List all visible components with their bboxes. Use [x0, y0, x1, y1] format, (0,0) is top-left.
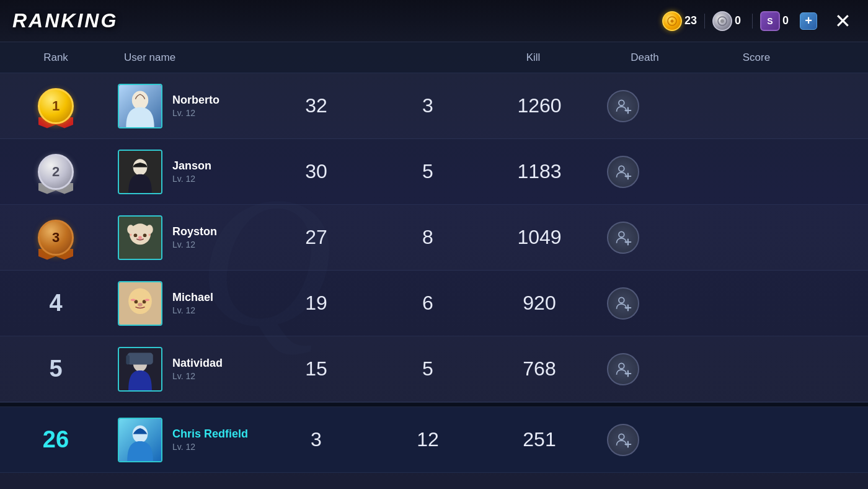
header: RANKING 23 0: [0, 0, 868, 42]
current-score-value: 251: [523, 428, 556, 451]
death-value: 5: [422, 160, 433, 182]
close-button[interactable]: ✕: [830, 8, 856, 34]
current-user-section: 26 Chris Redfield Lv. 12 3 12 251: [0, 407, 868, 473]
action-cell: [595, 353, 651, 385]
kill-value: 30: [305, 160, 327, 182]
svg-point-24: [128, 288, 152, 314]
score-value: 1260: [517, 94, 561, 117]
current-avatar: [119, 419, 161, 461]
avatar-frame: [118, 84, 162, 128]
avatar-frame: [118, 215, 162, 260]
death-value: 8: [422, 226, 433, 248]
username-column-header: User name: [112, 52, 477, 64]
death-cell: 3: [372, 94, 484, 117]
svg-point-4: [132, 91, 148, 109]
silver-value: 0: [735, 14, 745, 27]
currency-separator-2: [752, 14, 753, 29]
action-cell: [595, 90, 651, 122]
current-player-level: Lv. 12: [172, 442, 260, 452]
avatar: [119, 348, 161, 390]
score-cell: 1260: [484, 94, 595, 117]
add-friend-icon: [614, 229, 632, 246]
add-friend-button[interactable]: [607, 287, 639, 320]
action-cell: [595, 156, 651, 188]
score-cell: 768: [484, 357, 595, 380]
action-cell: [595, 222, 651, 254]
svg-point-18: [143, 233, 147, 237]
avatar-frame: [118, 281, 162, 326]
kill-value: 15: [305, 357, 327, 380]
rank-cell: 3: [0, 213, 112, 262]
kill-column-header: Kill: [477, 52, 589, 64]
avatar: [119, 282, 161, 325]
ranking-table: 1 No: [0, 73, 868, 402]
player-level: Lv. 12: [172, 305, 260, 315]
player-level: Lv. 12: [172, 108, 260, 118]
add-friend-button[interactable]: [607, 156, 639, 188]
svg-point-32: [619, 297, 624, 303]
svg-point-15: [127, 225, 134, 234]
player-name: Janson: [172, 159, 260, 173]
player-name: Norberto: [172, 94, 260, 107]
svg-point-16: [146, 225, 153, 234]
current-avatar-frame: [118, 418, 162, 462]
svg-point-19: [138, 236, 142, 240]
gold-currency: 23: [662, 11, 697, 31]
current-kill-value: 3: [311, 428, 322, 451]
column-headers: Rank User name Kill Death Score: [0, 42, 868, 73]
rank-cell: 1: [0, 81, 112, 131]
death-cell: 6: [372, 292, 484, 315]
add-currency-button[interactable]: +: [800, 12, 817, 30]
svg-point-10: [619, 166, 624, 171]
current-avatar-cell: Chris Redfield Lv. 12: [112, 418, 260, 462]
silver-coin-icon: [712, 11, 732, 31]
add-friend-button[interactable]: [607, 222, 639, 254]
current-score-cell: 251: [484, 428, 595, 451]
rank-cell: 2: [0, 147, 112, 197]
kill-value: 19: [305, 292, 327, 314]
add-friend-icon: [614, 163, 632, 181]
death-value: 6: [422, 292, 433, 314]
kill-cell: 30: [260, 160, 372, 183]
table-row: 3: [0, 205, 868, 271]
score-value: 1049: [517, 226, 561, 248]
avatar-frame: [118, 150, 162, 194]
kill-cell: 32: [260, 94, 372, 117]
death-value: 3: [422, 94, 433, 117]
player-info: Natividad Lv. 12: [172, 357, 260, 381]
svg-point-20: [619, 231, 624, 237]
avatar-cell: Natividad Lv. 12: [112, 347, 260, 392]
avatar: [119, 217, 161, 259]
current-add-friend-button[interactable]: [607, 424, 639, 456]
silver-currency: 0: [712, 11, 745, 31]
svg-point-30: [131, 298, 136, 301]
player-level: Lv. 12: [172, 240, 260, 249]
add-friend-button[interactable]: [607, 353, 639, 385]
kill-value: 32: [305, 94, 327, 117]
avatar-cell: Norberto Lv. 12: [112, 84, 260, 128]
death-cell: 5: [372, 160, 484, 183]
kill-cell: 27: [260, 226, 372, 249]
gold-coin-icon: [662, 11, 682, 31]
purple-coin-icon: S: [760, 11, 780, 31]
svg-point-9: [133, 159, 148, 175]
add-friend-icon: [614, 361, 632, 378]
score-value: 768: [523, 357, 556, 380]
add-friend-button[interactable]: [607, 90, 639, 122]
svg-point-2: [720, 19, 724, 23]
svg-rect-38: [126, 355, 130, 364]
kill-cell: 15: [260, 357, 372, 380]
table-row: 4 Michael Lv. 12: [0, 271, 868, 336]
gold-value: 23: [684, 14, 697, 27]
current-player-info: Chris Redfield Lv. 12: [172, 428, 260, 452]
page-title: RANKING: [12, 9, 118, 32]
death-cell: 5: [372, 357, 484, 380]
table-row: 5 Natividad Lv. 12 15 5 7: [0, 336, 868, 402]
death-value: 5: [422, 357, 433, 380]
svg-point-31: [145, 298, 150, 301]
score-cell: 1049: [484, 226, 595, 249]
purple-currency: S 0: [760, 11, 792, 31]
section-separator: [0, 402, 868, 407]
player-name: Michael: [172, 291, 260, 304]
add-friend-icon: [614, 295, 632, 312]
